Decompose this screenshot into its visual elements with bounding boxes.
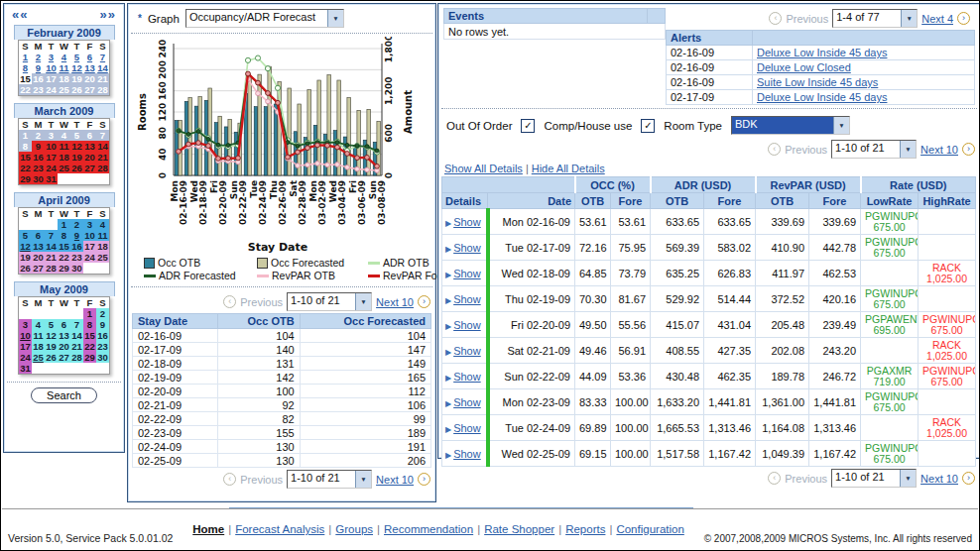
calendar-day[interactable]: 29 [19, 173, 33, 185]
show-details-link[interactable]: Show [453, 396, 481, 408]
column-header[interactable]: Fore [611, 193, 651, 209]
calendar-day[interactable]: 8 [58, 230, 70, 241]
calendar-day[interactable]: 13 [32, 241, 45, 252]
next-icon[interactable]: › [957, 12, 970, 25]
column-header[interactable]: OTB [575, 193, 611, 209]
calendar-day[interactable]: 5 [70, 52, 83, 62]
previous-icon[interactable]: ‹ [223, 295, 236, 308]
column-header[interactable]: LowRate [861, 193, 919, 209]
calendar-day[interactable]: 2 [32, 52, 45, 62]
page-range-select[interactable]: 1-10 of 21 ▼ [287, 470, 372, 489]
calendar-day[interactable]: 29 [83, 352, 96, 363]
next-link[interactable]: Next 4 [921, 13, 953, 25]
calendar-day[interactable]: 5 [70, 130, 83, 141]
calendar-day[interactable]: 31 [19, 363, 33, 375]
calendar-day[interactable]: 16 [32, 73, 45, 84]
calendar-day[interactable]: 3 [45, 130, 58, 141]
calendar-day[interactable]: 20 [32, 252, 45, 263]
calendar-day[interactable]: 11 [32, 330, 45, 341]
next-link[interactable]: Next 10 [376, 474, 414, 486]
next-link[interactable]: Next 10 [920, 144, 958, 156]
calendar-day[interactable]: 17 [19, 341, 33, 352]
calendar-day[interactable]: 11 [58, 141, 70, 152]
calendar-day[interactable]: 20 [83, 73, 96, 84]
calendar-day[interactable]: 22 [83, 341, 96, 352]
calendar-day[interactable]: 13 [83, 62, 96, 73]
calendar-day[interactable]: 1 [83, 308, 96, 319]
calendar-day[interactable]: 28 [96, 163, 110, 173]
column-header[interactable]: OTB [651, 193, 704, 209]
previous-icon[interactable]: ‹ [768, 472, 781, 485]
calendar-day[interactable]: 21 [45, 252, 58, 263]
calendar-day[interactable]: 13 [83, 141, 96, 152]
calendar-day[interactable]: 4 [58, 130, 70, 141]
calendar-day[interactable]: 1 [19, 52, 33, 62]
calendar-day[interactable]: 26 [70, 84, 83, 96]
footer-link-reports[interactable]: Reports [565, 523, 605, 535]
column-header[interactable]: Stay Date [133, 314, 218, 329]
comp-house-checkbox[interactable]: ✓ [641, 119, 655, 133]
calendar-day[interactable]: 26 [70, 163, 83, 173]
calendar-day[interactable]: 21 [70, 341, 83, 352]
dropdown-arrow-icon[interactable]: ▼ [900, 470, 916, 487]
calendar-day[interactable]: 6 [83, 52, 96, 62]
calendar-day[interactable]: 9 [96, 319, 110, 330]
calendar-day[interactable]: 11 [58, 62, 70, 73]
show-details-link[interactable]: Show [453, 216, 481, 228]
footer-link-configuration[interactable]: Configuration [616, 523, 683, 535]
previous-icon[interactable]: ‹ [768, 143, 781, 156]
calendar-day[interactable]: 8 [19, 62, 33, 73]
calendar-day[interactable]: 10 [83, 230, 96, 241]
calendar-day[interactable]: 12 [45, 330, 58, 341]
calendar-day[interactable]: 4 [32, 319, 45, 330]
calendar-day[interactable]: 2 [32, 130, 45, 141]
calendar-day[interactable]: 7 [96, 130, 110, 141]
calendar-day[interactable]: 8 [19, 141, 33, 152]
room-type-select[interactable]: BDK ▼ [731, 116, 850, 135]
calendar-day[interactable]: 16 [32, 152, 45, 163]
show-details-link[interactable]: Show [453, 448, 481, 460]
calendar-day[interactable]: 22 [19, 163, 33, 173]
column-header[interactable]: Fore [809, 193, 861, 209]
show-details-link[interactable]: Show [453, 319, 481, 331]
calendar-day[interactable]: 26 [19, 263, 33, 275]
show-details-link[interactable]: Show [453, 268, 481, 279]
previous-icon[interactable]: ‹ [769, 12, 782, 25]
calendar-day[interactable]: 24 [45, 84, 58, 96]
dropdown-arrow-icon[interactable]: ▼ [327, 10, 343, 27]
calendar-day[interactable]: 12 [70, 62, 83, 73]
next-icon[interactable]: › [418, 295, 430, 308]
show-details-link[interactable]: Show [453, 293, 481, 305]
footer-link-recommendation[interactable]: Recommendation [384, 523, 473, 535]
calendar-day[interactable]: 9 [32, 62, 45, 73]
calendar-day[interactable]: 7 [70, 319, 83, 330]
next-icon[interactable]: › [418, 473, 430, 486]
calendar-day[interactable]: 22 [58, 252, 70, 263]
calendar-day[interactable]: 30 [32, 173, 45, 185]
search-button[interactable]: Search [31, 387, 97, 403]
calendar-day[interactable]: 16 [96, 330, 110, 341]
calendar-day[interactable]: 2 [70, 219, 83, 230]
show-details-link[interactable]: Show [453, 422, 481, 434]
calendar-day[interactable]: 30 [96, 352, 110, 363]
column-header[interactable]: Fore [704, 193, 756, 209]
alert-link[interactable]: Suite Low Inside 45 days [757, 76, 878, 88]
dropdown-arrow-icon[interactable]: ▼ [833, 117, 849, 134]
calendar-day[interactable]: 10 [19, 330, 33, 341]
alert-link[interactable]: Deluxe Low Closed [757, 61, 851, 73]
calendar-day[interactable]: 23 [96, 341, 110, 352]
calendar-day[interactable]: 24 [45, 163, 58, 173]
calendar-day[interactable]: 27 [83, 163, 96, 173]
calendar-day[interactable]: 28 [96, 84, 110, 96]
calendar-day[interactable]: 18 [58, 73, 70, 84]
footer-link-forecast-analysis[interactable]: Forecast Analysis [235, 523, 324, 535]
calendar-day[interactable]: 12 [19, 241, 33, 252]
out-of-order-checkbox[interactable]: ✓ [521, 119, 535, 133]
alert-link[interactable]: Deluxe Low Inside 45 days [757, 47, 887, 58]
calendar-day[interactable]: 23 [32, 84, 45, 96]
previous-icon[interactable]: ‹ [223, 473, 236, 486]
calendar-day[interactable]: 31 [45, 173, 58, 185]
dropdown-arrow-icon[interactable]: ▼ [355, 471, 371, 488]
dropdown-arrow-icon[interactable]: ▼ [355, 293, 371, 310]
calendar-day[interactable]: 7 [45, 230, 58, 241]
